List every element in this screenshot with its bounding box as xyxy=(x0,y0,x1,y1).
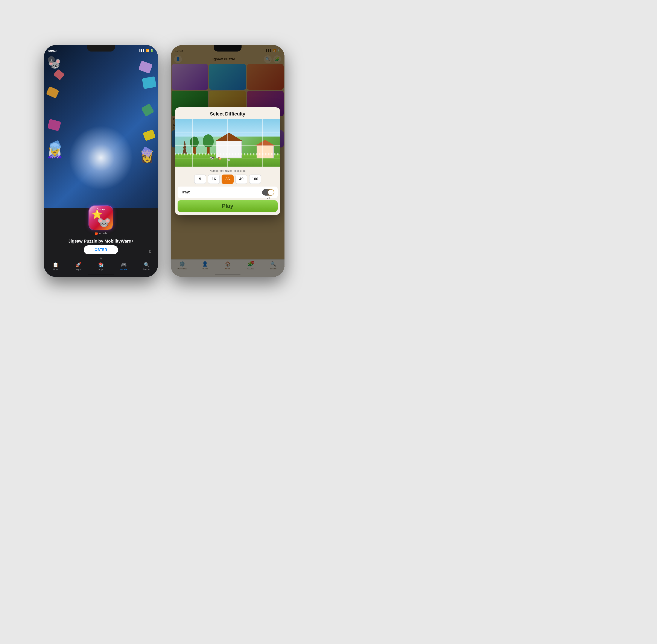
status-icons-phone1: ▌▌▌ 📶 🔋 xyxy=(139,49,154,52)
select-difficulty-modal: Select Difficulty xyxy=(175,107,280,215)
back-button[interactable]: ‹ xyxy=(48,56,55,63)
piece-option-49[interactable]: 49 xyxy=(235,175,247,184)
phone-2: 10:35 ▌▌▌ 📶 🔋 👤 Jigsaw Puzzle 🔍 🧩 xyxy=(171,45,285,277)
arcade-label: 🍎 Arcade xyxy=(94,232,107,235)
tab-apps[interactable]: 📚 Apps xyxy=(90,262,112,271)
apps-label: Apps xyxy=(98,268,104,271)
pieces-section: Number of Puzzle Pieces: 36 9 16 36 49 xyxy=(175,167,280,186)
jogos-icon: 🚀 xyxy=(75,262,81,268)
jogos-label: Jogos xyxy=(75,268,81,271)
tray-toggle[interactable] xyxy=(262,189,274,196)
buscar-label: Buscar xyxy=(143,268,150,271)
battery-icon: 🔋 xyxy=(150,49,154,52)
status-time-phone1: 09:50 xyxy=(48,49,56,52)
signal-icon: ▌▌▌ xyxy=(139,49,145,52)
tab-jogos[interactable]: 🚀 Jogos xyxy=(67,262,90,271)
app-title: Jigsaw Puzzle by MobilityWare+ xyxy=(44,239,158,244)
get-button[interactable]: OBTER xyxy=(84,245,118,254)
modal-title: Select Difficulty xyxy=(175,107,280,119)
buscar-icon: 🔍 xyxy=(144,262,150,268)
piece-value-36: 36 xyxy=(225,177,230,181)
share-button[interactable]: ⎋ xyxy=(149,249,151,254)
tray-section: Tray: On xyxy=(178,187,278,198)
notch xyxy=(87,45,115,51)
piece-value-49: 49 xyxy=(239,177,244,181)
get-button-label: OBTER xyxy=(95,248,107,252)
piece-value-9: 9 xyxy=(199,177,201,181)
toggle-knob xyxy=(268,189,274,195)
tray-label: Tray: xyxy=(181,190,190,194)
puzzle-preview-image: 🐄 🐎 🐄 xyxy=(175,119,280,167)
pieces-label: Number of Puzzle Pieces: 36 xyxy=(178,169,277,172)
piece-value-100: 100 xyxy=(252,177,258,181)
app-icon-wrapper: Disney ⭐ 🐭 xyxy=(89,206,113,230)
modal-overlay[interactable]: Select Difficulty xyxy=(171,45,285,277)
phone-1: 🐭 🧝‍♀️ 👸 09:50 ▌▌▌ 📶 🔋 xyxy=(44,45,158,277)
piece-option-16[interactable]: 16 xyxy=(208,175,220,184)
app-icon: Disney ⭐ 🐭 xyxy=(89,206,113,230)
hoje-label: Hoje xyxy=(53,268,58,271)
play-button-label: Play xyxy=(222,203,233,209)
piece-value-16: 16 xyxy=(212,177,216,181)
arcade-text: Arcade xyxy=(99,232,107,235)
tab-buscar[interactable]: 🔍 Buscar xyxy=(135,262,158,271)
play-button[interactable]: Play xyxy=(178,200,278,212)
pieces-options: 9 16 36 49 100 xyxy=(178,175,277,184)
hoje-icon: 📋 xyxy=(52,262,59,268)
apple-arcade-icon: 🍎 xyxy=(94,232,98,235)
piece-option-9[interactable]: 9 xyxy=(194,175,206,184)
wifi-icon: 📶 xyxy=(146,49,149,52)
arcade-tab-label: Arcade xyxy=(120,268,127,271)
home-indicator-phone1 xyxy=(88,274,114,275)
piece-option-100[interactable]: 100 xyxy=(249,175,261,184)
arcade-icon: 🎮 xyxy=(121,262,127,268)
tab-arcade[interactable]: 🎮 Arcade xyxy=(112,262,135,271)
piece-option-36[interactable]: 36 xyxy=(222,175,233,184)
mickey-icon: 🐭 xyxy=(97,216,111,229)
home-indicator-phone2 xyxy=(215,274,241,275)
apps-icon: 📚 xyxy=(98,262,104,268)
puzzle-pieces-decoration: 🐭 🧝‍♀️ 👸 xyxy=(44,45,158,225)
toggle-on-label: On xyxy=(267,197,270,199)
tab-hoje[interactable]: 📋 Hoje xyxy=(44,262,67,271)
